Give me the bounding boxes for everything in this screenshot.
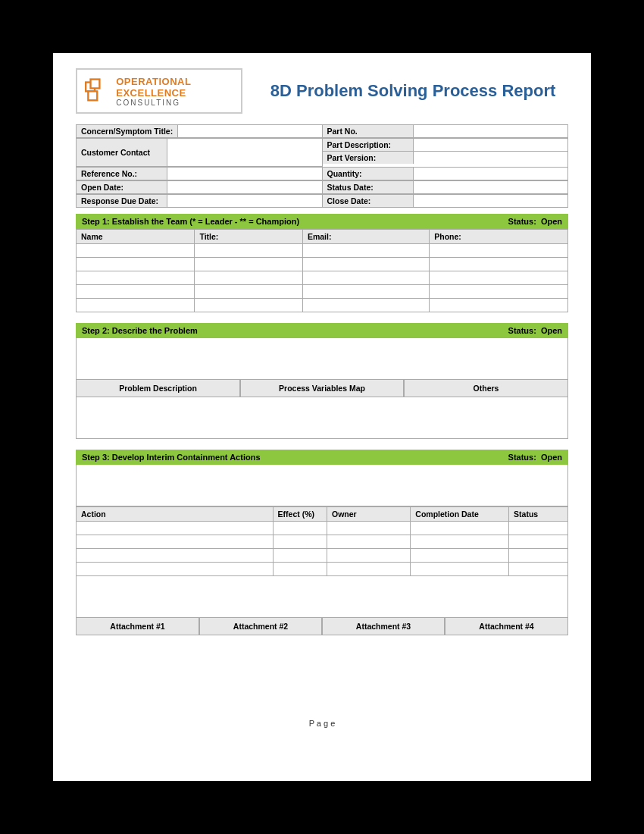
logo-box: Operational Excellence CONSULTING	[76, 68, 242, 114]
step2-header: Step 2: Describe the Problem Status: Ope…	[76, 323, 568, 338]
col-owner: Owner	[327, 507, 410, 522]
header: Operational Excellence CONSULTING 8D Pro…	[76, 68, 568, 114]
table-row	[77, 299, 568, 312]
step1-status-label: Status:	[508, 217, 536, 226]
table-row	[77, 285, 568, 299]
form-row-1: Concern/Symptom Title: Part No.	[77, 125, 567, 138]
svg-rect-3	[92, 80, 98, 88]
partno-row: Part No.	[323, 125, 568, 137]
col-action: Action	[77, 507, 274, 522]
responsedue-label: Response Due Date:	[77, 195, 167, 207]
step3-extra-content[interactable]	[76, 576, 568, 618]
step3-status-value: Open	[541, 453, 562, 462]
svg-rect-5	[89, 92, 97, 99]
report-title: 8D Problem Solving Process Report	[242, 81, 568, 101]
statusdate-label: Status Date:	[323, 181, 414, 193]
responsedue-row: Response Due Date:	[77, 195, 322, 207]
step1-status-value: Open	[541, 217, 562, 226]
btn-process-variables[interactable]: Process Variables Map	[240, 380, 404, 397]
step1-label: Step 1: Establish the Team (* = Leader -…	[82, 217, 299, 226]
table-row	[77, 549, 568, 563]
form-row-2: Customer Contact Part Description: Part …	[77, 138, 567, 167]
step2-status: Status: Open	[508, 326, 562, 335]
customer-label: Customer Contact	[77, 139, 167, 166]
logo-text: Operational Excellence CONSULTING	[116, 76, 233, 107]
table-row	[77, 244, 568, 258]
footer-text: P a g e	[309, 719, 336, 728]
step2-buttons: Problem Description Process Variables Ma…	[76, 380, 568, 397]
closedate-value[interactable]	[414, 195, 568, 207]
step3-header: Step 3: Develop Interim Containment Acti…	[76, 450, 568, 465]
logo-line2: CONSULTING	[116, 99, 233, 107]
closedate-label: Close Date:	[323, 195, 414, 207]
partver-label: Part Version:	[323, 152, 414, 164]
closedate-row: Close Date:	[323, 195, 568, 207]
refno-value[interactable]	[167, 168, 322, 180]
step2-label: Step 2: Describe the Problem	[82, 326, 198, 335]
step3-label: Step 3: Develop Interim Containment Acti…	[82, 453, 261, 462]
attachment-1[interactable]: Attachment #1	[77, 618, 199, 635]
step3-status-label: Status:	[508, 453, 536, 462]
table-row	[77, 258, 568, 271]
attachment-4[interactable]: Attachment #4	[445, 618, 567, 635]
concern-row: Concern/Symptom Title:	[77, 125, 322, 137]
quantity-label: Quantity:	[323, 168, 414, 180]
attachment-3[interactable]: Attachment #3	[322, 618, 445, 635]
page-footer: P a g e	[76, 719, 568, 728]
step3-content[interactable]	[76, 465, 568, 506]
partdesc-row: Part Description:	[323, 139, 568, 152]
partno-label: Part No.	[323, 125, 414, 137]
step2-content[interactable]	[76, 338, 568, 380]
refno-row: Reference No.:	[77, 168, 322, 180]
partver-value[interactable]	[414, 152, 568, 164]
col-completion-date: Completion Date	[411, 507, 509, 522]
quantity-row: Quantity:	[323, 168, 568, 180]
table-row	[77, 563, 568, 576]
concern-col: Concern/Symptom Title:	[77, 125, 323, 137]
refno-label: Reference No.:	[77, 168, 167, 180]
attachments-row: Attachment #1 Attachment #2 Attachment #…	[76, 618, 568, 635]
partdesc-label: Part Description:	[323, 139, 414, 151]
form-section: Concern/Symptom Title: Part No. Customer…	[76, 124, 568, 208]
col-status: Status	[509, 507, 568, 522]
col-name: Name	[77, 230, 195, 244]
step2-status-value: Open	[541, 326, 562, 335]
btn-others[interactable]: Others	[404, 380, 567, 397]
btn-problem-desc[interactable]: Problem Description	[77, 380, 240, 397]
opendate-label: Open Date:	[77, 181, 167, 193]
customer-row: Customer Contact	[77, 139, 322, 166]
step2-status-label: Status:	[508, 326, 536, 335]
form-row-4: Open Date: Status Date:	[77, 180, 567, 194]
step1-status: Status: Open	[508, 217, 562, 226]
page: Operational Excellence CONSULTING 8D Pro…	[53, 53, 591, 781]
step3-status: Status: Open	[508, 453, 562, 462]
customer-value[interactable]	[167, 139, 322, 166]
form-row-5: Response Due Date: Close Date:	[77, 194, 567, 208]
quantity-value[interactable]	[414, 168, 568, 180]
table-row	[77, 522, 568, 535]
statusdate-row: Status Date:	[323, 181, 568, 193]
action-header-row: Action Effect (%) Owner Completion Date …	[77, 507, 568, 522]
partdesc-value[interactable]	[414, 139, 568, 151]
col-email: Email:	[302, 230, 429, 244]
opendate-value[interactable]	[167, 181, 322, 193]
concern-value[interactable]	[178, 125, 321, 137]
step2-extra-content[interactable]	[76, 397, 568, 439]
partno-value[interactable]	[414, 125, 568, 137]
attachment-2[interactable]: Attachment #2	[199, 618, 322, 635]
statusdate-value[interactable]	[414, 181, 568, 193]
step1-table: Name Title: Email: Phone:	[76, 229, 568, 312]
col-effect: Effect (%)	[273, 507, 327, 522]
opendate-row: Open Date:	[77, 181, 322, 193]
responsedue-value[interactable]	[167, 195, 322, 207]
logo-wrapper: Operational Excellence CONSULTING	[85, 75, 233, 107]
bottom-space	[76, 635, 568, 696]
logo-line1: Operational Excellence	[116, 76, 233, 99]
col-phone: Phone:	[430, 230, 568, 244]
partno-col: Part No.	[323, 125, 568, 137]
step1-header-row: Name Title: Email: Phone:	[77, 230, 568, 244]
logo-icon	[85, 75, 110, 107]
step3-table: Action Effect (%) Owner Completion Date …	[76, 506, 568, 576]
form-row-3: Reference No.: Quantity:	[77, 167, 567, 180]
table-row	[77, 271, 568, 285]
